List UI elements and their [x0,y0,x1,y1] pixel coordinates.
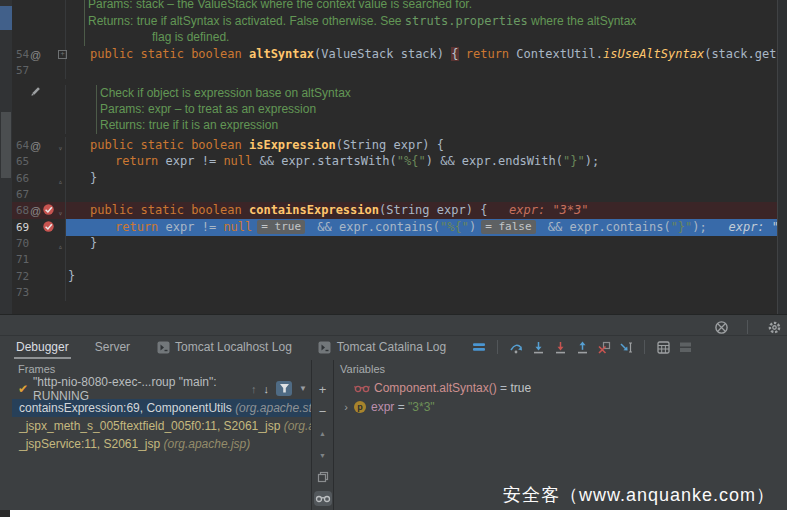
editor-line-66: 66▵} [12,170,778,187]
stack-frame-row[interactable]: _jspService:11, S2061_jsp (org.apache.js… [12,435,311,453]
debug-tabs-toolbar: DebuggerServerTomcat Localhost LogTomcat… [12,335,787,359]
ide-window: Params: stack – the ValueStack where the… [0,0,787,517]
threads-menu-icon[interactable] [468,337,490,357]
code-text: } [66,170,778,187]
editor-line: Params: stack – the ValueStack where the… [12,0,778,13]
code-text: Params: expr – to treat as an expression [66,101,778,118]
editor-line-69: 69return expr != null= true && expr.cont… [12,219,778,236]
line-number: 71 [16,253,29,266]
editor-line: Returns: true if it is an expression [12,117,778,134]
hide-frames-filter-icon[interactable] [276,381,292,396]
editor-line-65: 65return expr != null && expr.startsWith… [12,153,778,170]
next-frame-icon[interactable]: ↓ [264,383,270,395]
editor-line-70: 70▵} [12,235,778,252]
tab-label: Debugger [16,340,69,354]
watches-toolbar: +−▲▼ [312,360,334,511]
variables-title: Variables [334,360,787,378]
force-step-into-icon[interactable] [549,337,571,357]
gutter[interactable]: 69 [12,219,66,236]
line-number: 68 [16,204,29,217]
gutter[interactable]: 66▵ [12,170,66,187]
watch-glasses-icon [354,382,370,394]
tab-server[interactable]: Server [91,335,134,359]
code-text: public static boolean altSyntax(ValueSta… [66,46,787,63]
gutter[interactable]: 65 [12,153,66,170]
gutter[interactable]: 54@+ [12,46,66,63]
expand-chevron-icon[interactable]: › [340,401,352,413]
drop-frame-icon[interactable] [593,337,615,357]
code-text [66,284,778,301]
watermark-text: 安全客（www.anquanke.com） [503,483,775,507]
funnel-icon [279,383,290,394]
gutter[interactable] [12,85,66,102]
move-down-icon[interactable]: ▼ [314,447,332,463]
gutter[interactable]: 72 [12,268,66,285]
tab-label: Server [95,340,130,354]
tab-tomcat-localhost-log[interactable]: Tomcat Localhost Log [152,335,296,359]
editor-line-73: 73 [12,284,778,301]
step-into-icon[interactable] [527,337,549,357]
step-out-icon[interactable] [571,337,593,357]
marker-thumb[interactable] [1,112,11,178]
tab-label: Tomcat Catalina Log [337,340,446,354]
code-text: flag is defined. [66,29,778,46]
code-text [66,251,778,268]
show-watches-icon[interactable] [314,491,332,506]
line-number: 64 [16,139,29,152]
gutter[interactable] [12,117,66,134]
prev-frame-icon[interactable]: ↑ [251,383,257,395]
evaluate-expression-icon[interactable] [652,337,674,357]
watch-expression: Component.altSyntax() [374,381,497,395]
frame-package: (org.apache.jsp) [164,437,251,451]
tab-debugger[interactable]: Debugger [12,335,73,359]
duplicate-watch-icon[interactable] [314,469,332,485]
variable-row[interactable]: › p expr = "3*3" [334,397,787,416]
marker-blue [0,6,12,30]
gutter[interactable] [12,101,66,118]
page-background-strip [10,510,787,517]
stack-frame-row[interactable]: containsExpression:69, ComponentUtils (o… [12,399,311,417]
settings-icon[interactable] [763,317,785,337]
step-over-icon[interactable] [505,337,527,357]
code-text: Check if object is expression base on al… [66,85,778,102]
remove-watch-icon[interactable]: − [314,403,332,419]
line-number: 66 [16,172,29,185]
layout-settings-icon[interactable] [674,337,696,357]
editor-scrollbar[interactable] [777,0,787,314]
code-text: return expr != null= true && expr.contai… [66,219,787,236]
frame-method: _jspx_meth_s_005ftextfield_005f0:11, S20… [19,419,284,433]
thread-selector[interactable]: ✔ "http-nio-8080-exec-...roup "main": RU… [12,378,311,399]
stack-frame-row[interactable]: _jspx_meth_s_005ftextfield_005f0:11, S20… [12,417,311,435]
editor-line-72: 72} [12,268,778,285]
code-text [66,62,778,79]
console-icon [318,337,332,357]
add-watch-icon[interactable]: + [314,381,332,397]
code-editor[interactable]: Params: stack – the ValueStack where the… [12,0,787,314]
gutter[interactable]: 67 [12,186,66,203]
editor-line-54: 54@+public static boolean altSyntax(Valu… [12,46,778,63]
gutter[interactable]: 71 [12,251,66,268]
frame-method: _jspService:11, S2061_jsp [19,437,164,451]
code-text: Params: stack – the ValueStack where the… [66,0,778,13]
move-up-icon[interactable]: ▲ [314,425,332,441]
restore-layout-icon[interactable] [710,317,732,337]
gutter[interactable] [12,0,66,13]
watch-row[interactable]: Component.altSyntax() = true [334,378,787,397]
thread-dropdown-caret[interactable]: ▼ [299,384,307,393]
frame-method: containsExpression:69, ComponentUtils [19,401,235,415]
tab-tomcat-catalina-log[interactable]: Tomcat Catalina Log [314,335,450,359]
gutter[interactable]: 73 [12,284,66,301]
gutter[interactable] [12,13,66,30]
line-number: 65 [16,155,29,168]
gutter[interactable]: 57 [12,62,66,79]
gutter[interactable]: 64@▿ [12,137,66,154]
run-to-cursor-icon[interactable] [615,337,637,357]
gutter[interactable]: 70▵ [12,235,66,252]
editor-line-68: 68@▿public static boolean containsExpres… [12,202,778,219]
line-number: 57 [16,64,29,77]
code-text: Returns: true if altSyntax is activated.… [66,13,778,30]
gutter[interactable] [12,29,66,46]
gutter[interactable]: 68@▿ [12,202,66,219]
code-text [66,186,778,203]
frame-package: (org.apache.jsp) [284,419,311,433]
